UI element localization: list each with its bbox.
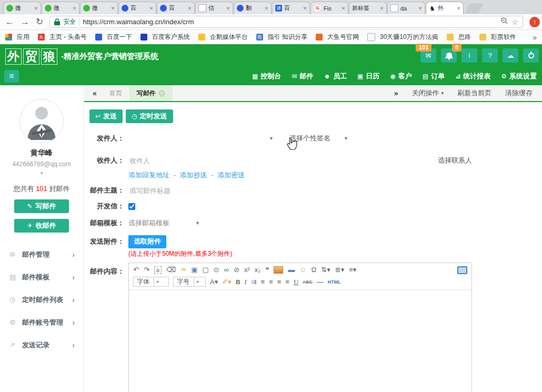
header-logout-button[interactable] bbox=[523, 48, 539, 63]
sidebar-toggle-button[interactable]: ≡ bbox=[4, 70, 19, 83]
highlight-color-icon[interactable]: ✐▾ bbox=[222, 278, 231, 286]
align-center-icon[interactable]: ≡ bbox=[277, 278, 282, 286]
paragraph-spacing-icon[interactable]: ⇅▾ bbox=[321, 266, 330, 274]
subscript-icon[interactable]: x₂ bbox=[255, 266, 261, 274]
horizontal-rule-icon[interactable]: — bbox=[317, 278, 324, 286]
alignment-menu-icon[interactable]: ≡▾ bbox=[349, 266, 356, 274]
tab-close-icon[interactable]: × bbox=[149, 5, 153, 12]
font-color-icon[interactable]: A▾ bbox=[210, 278, 218, 286]
zoom-out-icon[interactable] bbox=[500, 17, 508, 27]
tabs-scroll-left-icon[interactable]: « bbox=[93, 89, 97, 97]
header-info-button[interactable]: i bbox=[461, 48, 477, 63]
bookmark-item[interactable]: 百度客户系统 bbox=[140, 33, 190, 42]
browser-tab[interactable]: 翻 × bbox=[234, 2, 272, 14]
bookmark-item[interactable]: 大鱼号官网 bbox=[316, 33, 359, 42]
compose-mail-button[interactable]: ✎ 写邮件 bbox=[14, 199, 69, 213]
signature-select[interactable]: 选择个性签名 ▼ bbox=[289, 134, 348, 143]
superscript-icon[interactable]: x² bbox=[244, 266, 250, 274]
tab-close-icon[interactable]: × bbox=[457, 5, 460, 12]
bold-icon[interactable]: B bbox=[236, 278, 240, 286]
bookmark-item[interactable]: 企鹅媒体平台 bbox=[198, 33, 248, 42]
browser-tab[interactable]: G Fis × bbox=[310, 2, 348, 14]
search-replace-icon[interactable]: ⊙ bbox=[214, 266, 219, 274]
avatar[interactable] bbox=[19, 99, 64, 143]
sidebar-item-mail-manage[interactable]: ✉ 邮件管理 › bbox=[0, 243, 83, 266]
browser-tab[interactable]: 微 × bbox=[42, 2, 79, 14]
browser-tab[interactable]: 译 百 × bbox=[272, 2, 310, 14]
nav-item-orders[interactable]: ▤ 订单 bbox=[423, 72, 445, 81]
bookmark-item[interactable]: 思路 bbox=[447, 33, 471, 42]
back-button[interactable]: ← bbox=[5, 17, 14, 26]
tab-close-icon[interactable]: × bbox=[265, 5, 268, 12]
dev-letter-checkbox[interactable] bbox=[128, 203, 135, 210]
account-caret-icon[interactable]: ▾ bbox=[0, 170, 83, 176]
add-cc-link[interactable]: 添加抄送 bbox=[180, 171, 207, 179]
tab-close-icon[interactable]: × bbox=[418, 5, 422, 12]
tab-close-icon[interactable]: × bbox=[73, 5, 76, 12]
page-tab[interactable]: 首页 × bbox=[102, 85, 129, 101]
forward-button[interactable]: → bbox=[21, 17, 29, 26]
new-tab-button[interactable] bbox=[465, 4, 483, 13]
tab-close-icon[interactable]: × bbox=[303, 5, 307, 12]
paste-text-icon[interactable]: ▣ bbox=[191, 266, 197, 274]
scheduled-send-button[interactable]: ◷ 定时发送 bbox=[126, 109, 173, 123]
eraser-icon[interactable]: ⌫ bbox=[166, 266, 176, 274]
recipient-input[interactable] bbox=[128, 156, 438, 165]
sender-select[interactable]: ▼ bbox=[128, 136, 274, 141]
special-char-icon[interactable]: Ω bbox=[312, 266, 317, 274]
header-mail-button[interactable]: ✉ 101 bbox=[420, 48, 436, 63]
bookmark-item[interactable]: 应用 bbox=[5, 33, 29, 42]
unlink-icon[interactable]: ⊘ bbox=[234, 266, 239, 274]
tab-close-icon[interactable]: × bbox=[188, 5, 192, 12]
close-operations-menu[interactable]: 关闭操作 ▾ bbox=[411, 88, 444, 98]
nav-item-calendar[interactable]: ▣ 日历 bbox=[357, 72, 379, 81]
browser-tab[interactable]: 微 × bbox=[80, 2, 118, 14]
page-break-icon[interactable]: ▬ bbox=[288, 266, 295, 274]
sidebar-item-scheduled-mail[interactable]: ◷ 定时邮件列表 › bbox=[0, 288, 83, 311]
nav-item-staff[interactable]: ☻ 员工 bbox=[324, 72, 347, 81]
sidebar-item-mail-template[interactable]: ▤ 邮件模板 › bbox=[0, 266, 83, 288]
blockquote-icon[interactable]: ❝ bbox=[265, 266, 269, 274]
sidebar-item-mail-account[interactable]: ⚙ 邮件账号管理 › bbox=[0, 311, 83, 334]
bookmark-item[interactable]: 彩票软件 bbox=[479, 33, 516, 42]
pick-attachment-button[interactable]: 选取附件 bbox=[128, 235, 166, 248]
format-painter-icon[interactable]: ✑ bbox=[180, 266, 186, 274]
reload-button[interactable]: ↻ bbox=[36, 17, 43, 26]
page-tab[interactable]: 写邮件 × bbox=[129, 85, 173, 101]
nav-item-customers[interactable]: ◉ 客户 bbox=[390, 72, 411, 81]
editor-content-area[interactable] bbox=[129, 290, 471, 392]
link-icon[interactable]: ∞ bbox=[224, 266, 229, 274]
undo-icon[interactable]: ↶ bbox=[133, 266, 139, 274]
redo-icon[interactable]: ↷ bbox=[144, 266, 149, 274]
tab-close-icon[interactable]: × bbox=[34, 5, 38, 12]
bookmark-star-icon[interactable]: ☆ bbox=[511, 18, 518, 26]
font-family-select[interactable]: 字体 ▾ bbox=[133, 277, 169, 287]
address-bar[interactable]: 安全 https://crm.waimaolang.cn/index/crm ☆ bbox=[49, 16, 523, 28]
add-reply-address-link[interactable]: 添加回复地址 bbox=[128, 171, 169, 179]
header-download-button[interactable]: ☁ bbox=[503, 48, 518, 63]
html-source-icon[interactable]: HTML bbox=[328, 278, 341, 286]
sidebar-item-send-record[interactable]: ↗ 发送记录 › bbox=[0, 334, 83, 356]
strikethrough-icon[interactable]: ABC bbox=[303, 278, 313, 286]
header-bell-button[interactable]: 0 bbox=[441, 48, 457, 63]
add-bcc-link[interactable]: 添加密送 bbox=[217, 171, 245, 179]
indent-icon[interactable]: ⇉ bbox=[251, 278, 257, 286]
bookmarks-overflow-icon[interactable]: » bbox=[533, 33, 537, 42]
nav-item-settings[interactable]: ⚙ 系统设置 bbox=[501, 72, 537, 81]
refresh-page-button[interactable]: 刷新当前页 bbox=[457, 88, 491, 98]
mail-template-select[interactable]: 选择邮箱模板 ▼ bbox=[128, 218, 200, 228]
browser-tab[interactable]: 微 × bbox=[3, 2, 41, 14]
nav-item-mail[interactable]: ✉ 邮件 bbox=[292, 72, 313, 81]
pick-contacts-link[interactable]: 选择联系人 bbox=[438, 156, 472, 165]
nav-item-reports[interactable]: ⊿ 统计报表 bbox=[455, 72, 490, 81]
page-tab-close-icon[interactable]: × bbox=[158, 90, 165, 97]
bookmark-item[interactable]: 百度一下 bbox=[95, 33, 132, 42]
tab-close-icon[interactable]: × bbox=[342, 5, 345, 12]
bookmark-item[interactable]: 指 指引 知识分享 bbox=[256, 33, 307, 42]
align-right-icon[interactable]: ≡ bbox=[269, 278, 273, 286]
browser-tab[interactable]: 信 × bbox=[195, 2, 233, 14]
justify-icon[interactable]: ≡ bbox=[285, 278, 289, 286]
align-left-icon[interactable]: ≡ bbox=[261, 278, 265, 286]
tab-close-icon[interactable]: × bbox=[226, 5, 230, 12]
bookmark-item[interactable]: 30天赚10万的方法揭 bbox=[367, 33, 438, 42]
